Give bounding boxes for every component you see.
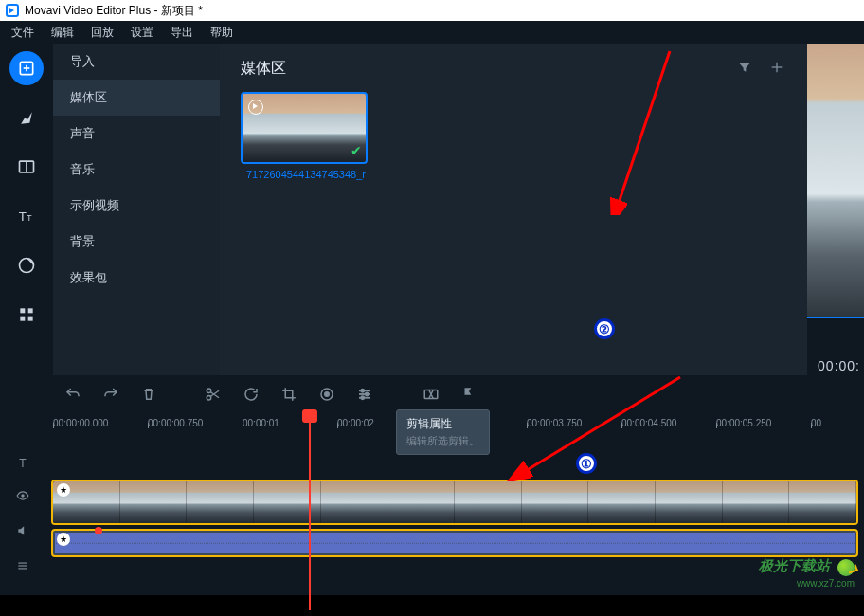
svg-rect-9	[28, 308, 33, 313]
svg-point-23	[366, 393, 369, 396]
transition-wizard-button[interactable]	[415, 378, 447, 410]
titlebar: Movavi Video Editor Plus - 新项目 *	[0, 0, 864, 21]
menubar: 文件 编辑 回放 设置 导出 帮助	[0, 21, 864, 44]
crop-button[interactable]	[273, 378, 305, 410]
annotation-badge-1: ①	[576, 453, 597, 474]
rail-import[interactable]	[9, 51, 44, 85]
import-sidepanel: 导入 媒体区 声音 音乐 示例视频 背景 效果包	[53, 44, 220, 375]
ruler-mark: 00:00:00.750	[148, 418, 243, 428]
svg-text:T: T	[19, 209, 27, 224]
audio-track-clip[interactable]: ★	[51, 529, 858, 557]
track-settings-icon[interactable]	[16, 559, 29, 575]
menu-help[interactable]: 帮助	[210, 25, 233, 41]
keyframe-dot[interactable]	[95, 527, 102, 534]
track-audio-icon[interactable]	[16, 524, 29, 540]
svg-rect-10	[20, 317, 25, 321]
preview-time: 00:00:	[818, 358, 860, 373]
sidepanel-item-sound[interactable]: 声音	[53, 116, 220, 152]
sidepanel-item-samples[interactable]: 示例视频	[53, 188, 220, 224]
clip-name: 7172604544134745348_r	[241, 164, 371, 186]
rail-stickers[interactable]	[9, 248, 44, 282]
sidepanel-item-fxpack[interactable]: 效果包	[53, 260, 220, 296]
app-icon	[6, 4, 19, 17]
tracks: T ★ ★ ① 极光下载站 www.xz7.com	[0, 432, 864, 595]
sidepanel-item-media[interactable]: 媒体区	[53, 80, 220, 116]
split-button[interactable]	[197, 378, 229, 410]
ruler-mark: 00:00:05.250	[716, 418, 811, 428]
ruler-mark: 00:00:01	[243, 418, 337, 428]
clip-properties-button[interactable]	[349, 378, 381, 410]
filter-icon[interactable]	[737, 60, 752, 78]
media-pane: 媒体区 ✔ 7172604544134745348_r ②	[220, 44, 805, 375]
svg-point-22	[361, 390, 364, 392]
window-title: Movavi Video Editor Plus - 新项目 *	[25, 3, 203, 19]
ruler-mark: 00:00:00.000	[53, 418, 148, 428]
timeline-toolbar: 剪辑属性 编辑所选剪辑。	[0, 375, 864, 413]
tooltip-sub: 编辑所选剪辑。	[406, 434, 479, 448]
svg-point-15	[207, 389, 211, 393]
tooltip: 剪辑属性 编辑所选剪辑。	[396, 409, 490, 455]
tooltip-title: 剪辑属性	[406, 416, 479, 432]
svg-point-26	[21, 494, 25, 498]
svg-text:T: T	[27, 213, 32, 223]
svg-rect-8	[20, 308, 25, 313]
annotation-badge-2: ②	[594, 318, 615, 339]
sidepanel-item-import[interactable]: 导入	[53, 44, 220, 80]
rotate-button[interactable]	[235, 378, 267, 410]
menu-edit[interactable]: 编辑	[51, 25, 74, 41]
rail-filters[interactable]	[9, 100, 44, 135]
delete-button[interactable]	[133, 378, 165, 410]
menu-export[interactable]: 导出	[171, 25, 193, 41]
clip-thumbnail[interactable]: ✔	[241, 92, 368, 164]
tool-rail: TT	[0, 44, 53, 375]
redo-button[interactable]	[95, 378, 127, 410]
track-visibility-icon[interactable]	[16, 489, 29, 505]
preview-pane: 00:00:	[807, 44, 864, 375]
media-title: 媒体区	[241, 59, 286, 79]
svg-point-24	[361, 396, 364, 399]
preview-image	[807, 44, 864, 318]
svg-rect-11	[28, 317, 33, 321]
star-icon[interactable]: ★	[57, 533, 70, 546]
undo-button[interactable]	[57, 378, 89, 410]
svg-line-14	[618, 51, 670, 206]
sidepanel-item-music[interactable]: 音乐	[53, 152, 220, 188]
playhead[interactable]	[309, 413, 311, 610]
menu-file[interactable]: 文件	[11, 25, 34, 41]
svg-point-18	[325, 392, 330, 397]
rail-transitions[interactable]	[9, 150, 44, 184]
color-button[interactable]	[311, 378, 343, 410]
menu-play[interactable]: 回放	[91, 25, 114, 41]
star-icon[interactable]: ★	[57, 483, 70, 497]
media-clip[interactable]: ✔ 7172604544134745348_r	[241, 92, 371, 186]
rail-titles[interactable]: TT	[9, 199, 44, 233]
video-track-clip[interactable]: ★	[51, 480, 858, 525]
svg-line-30	[524, 377, 680, 472]
svg-point-16	[207, 396, 211, 401]
sidepanel-item-bg[interactable]: 背景	[53, 224, 220, 260]
marker-button[interactable]	[453, 378, 485, 410]
rail-more[interactable]	[9, 298, 44, 332]
add-icon[interactable]	[769, 60, 784, 78]
menu-settings[interactable]: 设置	[131, 25, 153, 41]
ruler-mark: 00	[811, 418, 864, 428]
track-text-icon[interactable]: T	[19, 457, 26, 470]
